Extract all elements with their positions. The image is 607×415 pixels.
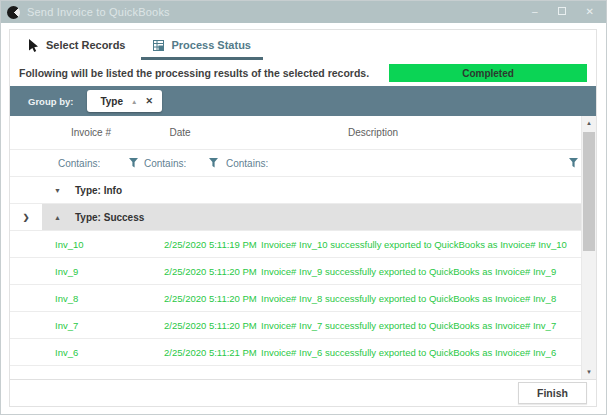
finish-button[interactable]: Finish (518, 382, 587, 404)
minimize-button[interactable]: – (532, 7, 538, 17)
grid-icon (153, 40, 164, 51)
results-grid: Invoice # Date Description Contains: Con… (10, 116, 596, 380)
tab-select-records-label: Select Records (46, 39, 125, 51)
collapse-toggle-icon[interactable]: ▲ (54, 214, 62, 221)
group-label-success: Type: Success (75, 212, 144, 223)
group-row-success[interactable]: ❯ ▲ Type: Success (10, 204, 581, 231)
table-row[interactable]: Inv_9 2/25/2020 5:11:20 PM Invoice# Inv_… (10, 258, 581, 285)
filter-cell-date[interactable]: Contains: (140, 150, 220, 176)
cursor-icon (28, 39, 39, 52)
table-row[interactable]: Inv_7 2/25/2020 5:11:20 PM Invoice# Inv_… (10, 312, 581, 339)
titlebar[interactable]: Send Invoice to QuickBooks – ✕ (1, 1, 606, 23)
scroll-down-icon[interactable]: ▼ (582, 365, 596, 379)
remove-group-icon[interactable]: ✕ (145, 96, 153, 106)
chevron-right-icon: ❯ (10, 204, 42, 230)
footer-bar: Finish (10, 380, 596, 406)
cell-invoice: Inv_10 (42, 239, 140, 250)
group-label-info: Type: Info (75, 185, 122, 196)
column-header-description[interactable]: Description (220, 127, 581, 138)
grid-main: Invoice # Date Description Contains: Con… (10, 116, 581, 379)
group-row-info[interactable]: ▼ Type: Info (10, 177, 581, 204)
maximize-icon (558, 7, 566, 15)
tab-bar: Select Records Process Status (10, 30, 596, 60)
cell-invoice: Inv_9 (42, 266, 140, 277)
group-chip-type[interactable]: Type ▲ ✕ (87, 90, 162, 112)
content-panel: Select Records Process Status Following … (9, 29, 597, 407)
cell-description: Invoice# Inv_10 successfully exported to… (220, 239, 581, 250)
vertical-scrollbar[interactable]: ▲ ▼ (581, 116, 596, 379)
sort-asc-icon[interactable]: ▲ (131, 98, 137, 105)
cell-invoice: Inv_7 (42, 320, 140, 331)
filter-label-description: Contains: (226, 158, 268, 169)
filter-funnel-icon[interactable] (209, 158, 218, 168)
collapse-toggle-icon[interactable]: ▼ (54, 187, 62, 194)
scrollbar-thumb[interactable] (583, 132, 595, 251)
tab-process-status-label: Process Status (171, 39, 250, 51)
app-window: Send Invoice to QuickBooks – ✕ Select Re… (0, 0, 607, 415)
info-row: Following will be listed the processing … (10, 60, 596, 86)
group-by-bar: Group by: Type ▲ ✕ (10, 86, 596, 116)
window-controls: – ✕ (532, 7, 598, 17)
maximize-button[interactable] (558, 7, 566, 17)
group-row-gutter (10, 177, 42, 203)
cell-description: Invoice# Inv_8 successfully exported to … (220, 293, 581, 304)
group-by-label: Group by: (28, 96, 73, 107)
filter-label-invoice: Contains: (58, 158, 100, 169)
cell-date: 2/25/2020 5:11:20 PM (140, 266, 220, 277)
scroll-up-icon[interactable]: ▲ (582, 116, 596, 130)
table-row[interactable]: Inv_10 2/25/2020 5:11:19 PM Invoice# Inv… (10, 231, 581, 258)
filter-cell-invoice[interactable]: Contains: (42, 150, 140, 176)
completed-status-badge: Completed (389, 64, 587, 82)
grid-header-row: Invoice # Date Description (10, 116, 581, 150)
column-header-date[interactable]: Date (140, 127, 220, 138)
grid-filter-row: Contains: Contains: Contains: (10, 150, 581, 177)
info-text: Following will be listed the processing … (19, 67, 369, 79)
group-chip-label: Type (100, 96, 123, 107)
cell-description: Invoice# Inv_6 successfully exported to … (220, 347, 581, 358)
filter-cell-description[interactable]: Contains: (220, 150, 581, 176)
cell-invoice: Inv_6 (42, 347, 140, 358)
cell-invoice: Inv_8 (42, 293, 140, 304)
table-row[interactable]: Inv_6 2/25/2020 5:11:21 PM Invoice# Inv_… (10, 339, 581, 366)
filter-funnel-icon[interactable] (129, 158, 138, 168)
cell-date: 2/25/2020 5:11:21 PM (140, 347, 220, 358)
filter-funnel-icon[interactable] (569, 158, 578, 168)
tab-process-status[interactable]: Process Status (139, 30, 264, 60)
cell-description: Invoice# Inv_7 successfully exported to … (220, 320, 581, 331)
filter-label-date: Contains: (144, 158, 186, 169)
cell-date: 2/25/2020 5:11:20 PM (140, 293, 220, 304)
close-button[interactable]: ✕ (586, 7, 594, 17)
column-header-invoice[interactable]: Invoice # (42, 127, 140, 138)
tab-select-records[interactable]: Select Records (14, 30, 139, 60)
cell-date: 2/25/2020 5:11:20 PM (140, 320, 220, 331)
cell-description: Invoice# Inv_9 successfully exported to … (220, 266, 581, 277)
window-title: Send Invoice to QuickBooks (27, 6, 170, 18)
app-logo-icon (7, 6, 20, 19)
table-row[interactable]: Inv_8 2/25/2020 5:11:20 PM Invoice# Inv_… (10, 285, 581, 312)
cell-date: 2/25/2020 5:11:19 PM (140, 239, 220, 250)
